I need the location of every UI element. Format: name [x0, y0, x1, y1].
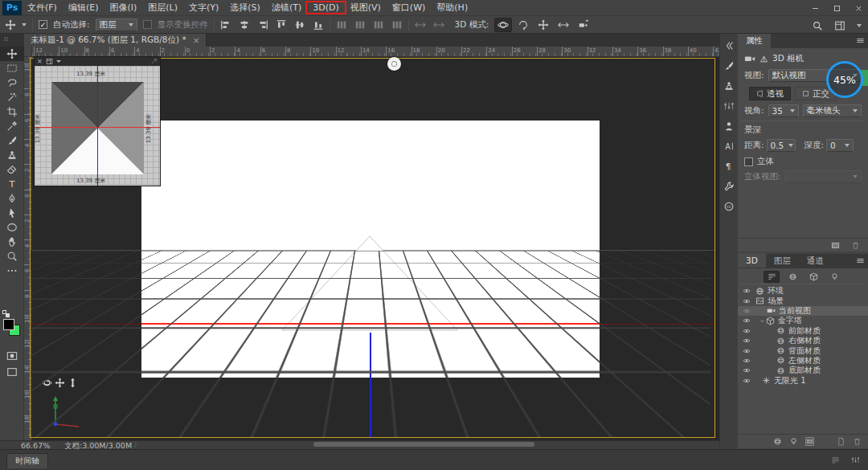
screen-mode-icon[interactable]: [6, 366, 18, 378]
3d-tree-item-当前视图[interactable]: 当前视图: [738, 306, 868, 316]
lens-dropdown[interactable]: 毫米镜头: [803, 104, 862, 117]
tool-path-select[interactable]: [0, 206, 24, 220]
3d-axis-widget[interactable]: [47, 390, 84, 429]
chevron-icon[interactable]: [759, 317, 766, 325]
character-icon[interactable]: A: [723, 141, 735, 152]
secondary-view-resize-icon[interactable]: [150, 58, 158, 65]
secondary-view[interactable]: × 13.39 厘米 13.39 厘米 13.39 厘米 13.39 厘米: [34, 56, 161, 186]
canvas-area[interactable]: 1210864202468101214161820222426283032343…: [24, 47, 719, 440]
tool-crop[interactable]: [0, 104, 24, 119]
tool-brush[interactable]: [0, 133, 24, 148]
menu-item-3D(D)[interactable]: 3D(D): [307, 2, 345, 13]
menu-item-文件(F)[interactable]: 文件(F): [22, 2, 63, 13]
3d-tree-item-无限光 1[interactable]: 无限光 1: [738, 376, 868, 386]
align-right-icon[interactable]: [257, 19, 268, 31]
menu-item-视图(V)[interactable]: 视图(V): [345, 2, 387, 13]
quick-mask-icon[interactable]: [6, 350, 18, 362]
visibility-eye-icon[interactable]: [743, 337, 751, 345]
secondary-view-mode-icon[interactable]: [46, 58, 53, 65]
tab-3D[interactable]: 3D: [738, 253, 766, 268]
pan-view-icon[interactable]: [55, 378, 65, 388]
3d-mode-slide-button[interactable]: [555, 18, 572, 32]
visibility-eye-icon[interactable]: [743, 287, 751, 295]
default-colors-icon[interactable]: [2, 310, 10, 317]
tool-eyedropper[interactable]: [0, 119, 24, 133]
tools-icon[interactable]: [723, 181, 735, 192]
tool-move[interactable]: [0, 47, 24, 61]
close-icon[interactable]: [854, 4, 863, 13]
tool-zoom[interactable]: [0, 249, 24, 264]
menu-item-帮助(H)[interactable]: 帮助(H): [431, 2, 473, 13]
secondary-view-close-icon[interactable]: ×: [37, 58, 43, 65]
tool-pen[interactable]: [0, 191, 24, 206]
3d-tree-item-右侧材质[interactable]: 右侧材质: [738, 336, 868, 345]
auto-select-dropdown[interactable]: 图层: [96, 18, 137, 31]
panel-menu-icon[interactable]: [856, 256, 865, 265]
dist-icon[interactable]: [336, 19, 347, 31]
align-bottom-icon[interactable]: [313, 19, 324, 31]
secondary-view-chevron-icon[interactable]: [56, 60, 61, 63]
frame-icon[interactable]: [831, 241, 840, 250]
visibility-eye-icon[interactable]: [743, 366, 751, 374]
menu-item-滤镜(T)[interactable]: 滤镜(T): [266, 2, 307, 13]
distance-dropdown[interactable]: 0.5: [767, 139, 796, 152]
tab-properties[interactable]: 属性: [738, 34, 771, 48]
visibility-eye-icon[interactable]: [743, 377, 751, 385]
3d-tree-item-前部材质[interactable]: 前部材质: [738, 326, 868, 336]
fov-value-dropdown[interactable]: 35: [768, 104, 799, 117]
maximize-icon[interactable]: [833, 4, 841, 13]
move-tool-icon[interactable]: [5, 19, 16, 31]
slide-icon[interactable]: [433, 19, 444, 31]
tool-marquee[interactable]: [0, 61, 24, 76]
auto-select-checkbox[interactable]: ✓: [39, 20, 47, 29]
filter-list-button[interactable]: [764, 271, 780, 283]
3d-tree-item-环境[interactable]: 环境: [738, 286, 868, 296]
visibility-eye-icon[interactable]: [743, 327, 751, 335]
glyphs-icon[interactable]: [723, 121, 735, 132]
brushes-icon[interactable]: [723, 60, 735, 72]
delete-icon[interactable]: [851, 241, 860, 250]
tool-magic-wand[interactable]: [0, 90, 24, 104]
orbit-view-icon[interactable]: [42, 378, 52, 388]
3d-mode-pan-button[interactable]: [534, 18, 552, 32]
adjustments-icon[interactable]: [723, 100, 735, 112]
menu-item-选择(S)[interactable]: 选择(S): [224, 2, 266, 13]
delete-icon[interactable]: [853, 437, 862, 446]
ruler-corner[interactable]: [24, 47, 32, 57]
paragraph-icon[interactable]: ¶: [723, 161, 735, 172]
menu-item-图层(L)[interactable]: 图层(L): [142, 2, 183, 13]
workspace-chevron-icon[interactable]: [857, 24, 862, 27]
tool-lasso[interactable]: [0, 76, 24, 90]
3d-tree-item-场景[interactable]: 场景: [738, 296, 868, 305]
horizontal-scrollbar[interactable]: [313, 442, 534, 447]
depth-dropdown[interactable]: 0: [826, 139, 854, 152]
visibility-eye-icon[interactable]: [743, 347, 751, 355]
perspective-button[interactable]: 透视: [749, 87, 791, 100]
search-icon[interactable]: [812, 20, 823, 31]
timeline-settings-icon[interactable]: [851, 456, 860, 464]
clone-source-icon[interactable]: [723, 80, 735, 92]
dist-icon[interactable]: [373, 19, 384, 31]
align-middle-icon[interactable]: [294, 19, 305, 31]
tool-preset-chevron-icon[interactable]: [22, 23, 27, 27]
3d-tree-item-左侧材质[interactable]: 左侧材质: [738, 356, 868, 366]
3d-tree-item-底部材质[interactable]: 底部材质: [738, 366, 868, 375]
render-frame-icon[interactable]: [805, 437, 814, 446]
timeline-menu-icon[interactable]: [831, 456, 840, 464]
filter-material-button[interactable]: [784, 271, 800, 283]
tab-通道[interactable]: 通道: [799, 254, 832, 268]
tool-ellipse[interactable]: [0, 220, 24, 235]
collapse-icon[interactable]: [723, 40, 735, 51]
visibility-eye-icon[interactable]: [743, 317, 751, 325]
new-item-icon[interactable]: [837, 437, 845, 446]
tool-hand[interactable]: [0, 235, 24, 249]
minimize-icon[interactable]: [811, 4, 820, 13]
document-tab[interactable]: 未标题-1 @ 66.7% (图层 1, RGB/8位) * ×: [24, 34, 207, 47]
timeline-tab[interactable]: 时间轴: [6, 453, 48, 468]
menu-item-窗口(W)[interactable]: 窗口(W): [387, 2, 431, 13]
workspace-switcher-icon[interactable]: [834, 20, 845, 31]
3d-mode-roll-button[interactable]: [514, 18, 532, 32]
visibility-eye-icon[interactable]: [743, 307, 751, 315]
menu-item-编辑(E)[interactable]: 编辑(E): [63, 2, 104, 13]
visibility-eye-icon[interactable]: [743, 357, 751, 365]
